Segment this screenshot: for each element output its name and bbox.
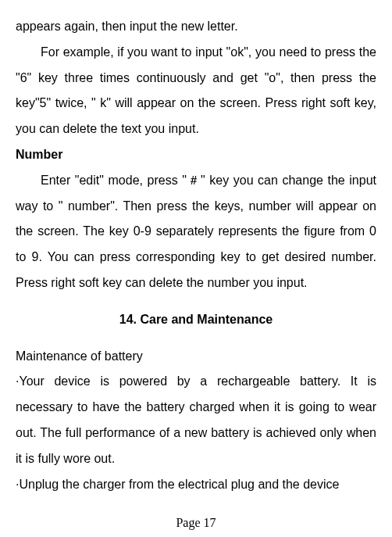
section-heading: 14. Care and Maintenance <box>16 307 376 333</box>
body-text-paragraph: ·Your device is powered by a rechargeabl… <box>16 369 376 471</box>
body-text-paragraph: For example, if you want to input "ok", … <box>16 40 376 142</box>
body-text-line: appears again, then input the new letter… <box>16 14 376 40</box>
body-text-paragraph: ·Unplug the charger from the electrical … <box>16 472 376 498</box>
body-text-line: Maintenance of battery <box>16 344 376 370</box>
body-text-paragraph: Enter "edit" mode, press "＃" key you can… <box>16 168 376 296</box>
page-number: Page 17 <box>0 517 392 529</box>
subheading-number: Number <box>16 142 376 168</box>
